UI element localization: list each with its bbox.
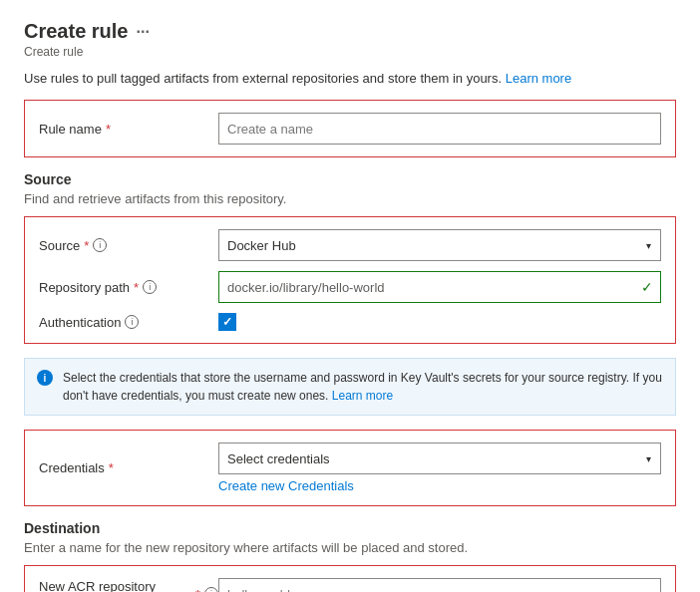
source-required: * (84, 238, 89, 253)
destination-row: New ACR repository namespace * i (39, 578, 661, 592)
page-title: Create rule (24, 20, 129, 43)
rule-name-control (218, 113, 661, 145)
info-banner-text: Select the credentials that store the us… (63, 369, 663, 405)
rule-name-label: Rule name * (39, 122, 218, 137)
credentials-select-wrapper: Select credentials ▾ (218, 443, 661, 474)
repo-path-required: * (134, 280, 139, 295)
destination-section-desc: Enter a name for the new repository wher… (24, 540, 676, 555)
repo-path-input-wrapper: ✓ (218, 271, 661, 303)
source-select-wrapper: Docker Hub Azure Container Registry Othe… (218, 229, 661, 261)
destination-control (218, 578, 661, 592)
auth-row: Authentication i (39, 313, 661, 331)
auth-checkbox-wrapper (218, 313, 661, 331)
destination-section-box: New ACR repository namespace * i (24, 565, 676, 592)
repo-path-label: Repository path * i (39, 280, 218, 295)
destination-section-header: Destination (24, 520, 676, 536)
rule-name-input[interactable] (218, 113, 661, 145)
description-learn-more-link[interactable]: Learn more (506, 71, 571, 86)
destination-label: New ACR repository namespace * i (39, 579, 218, 592)
source-section-box: Source * i Docker Hub Azure Container Re… (24, 216, 676, 344)
rule-name-required: * (106, 122, 111, 137)
repo-path-info-icon[interactable]: i (143, 280, 157, 294)
page-description: Use rules to pull tagged artifacts from … (24, 71, 676, 86)
source-select[interactable]: Docker Hub Azure Container Registry Othe… (218, 229, 661, 261)
credentials-section-box: Credentials * Select credentials ▾ Creat… (24, 430, 676, 506)
credentials-required: * (109, 460, 114, 475)
destination-required: * (195, 587, 200, 593)
page-title-container: Create rule ··· (24, 20, 676, 43)
repo-path-row: Repository path * i ✓ (39, 271, 661, 303)
ellipsis-menu[interactable]: ··· (137, 23, 150, 41)
auth-checkbox[interactable] (218, 313, 236, 331)
auth-info-icon[interactable]: i (125, 315, 139, 329)
info-banner-icon: i (37, 370, 53, 386)
info-banner-learn-more-link[interactable]: Learn more (332, 389, 393, 403)
destination-input[interactable] (218, 578, 661, 592)
create-credentials-link[interactable]: Create new Credentials (218, 478, 354, 493)
info-banner: i Select the credentials that store the … (24, 358, 676, 416)
source-control: Docker Hub Azure Container Registry Othe… (218, 229, 661, 261)
source-field-label: Source * i (39, 238, 218, 253)
source-section-desc: Find and retrieve artifacts from this re… (24, 191, 676, 206)
credentials-label: Credentials * (39, 460, 218, 475)
rule-name-row: Rule name * (39, 113, 661, 145)
credentials-row: Credentials * Select credentials ▾ Creat… (39, 443, 661, 493)
destination-info-icon[interactable]: i (204, 587, 218, 592)
repo-path-control: ✓ (218, 271, 661, 303)
auth-label: Authentication i (39, 315, 218, 330)
repo-path-input[interactable] (218, 271, 661, 303)
rule-name-section: Rule name * (24, 100, 676, 157)
credentials-select[interactable]: Select credentials (218, 443, 661, 474)
credentials-control: Select credentials ▾ Create new Credenti… (218, 443, 661, 493)
auth-control (218, 313, 661, 331)
source-info-icon[interactable]: i (93, 238, 107, 252)
source-field-row: Source * i Docker Hub Azure Container Re… (39, 229, 661, 261)
source-section-header: Source (24, 171, 676, 187)
breadcrumb: Create rule (24, 45, 676, 59)
